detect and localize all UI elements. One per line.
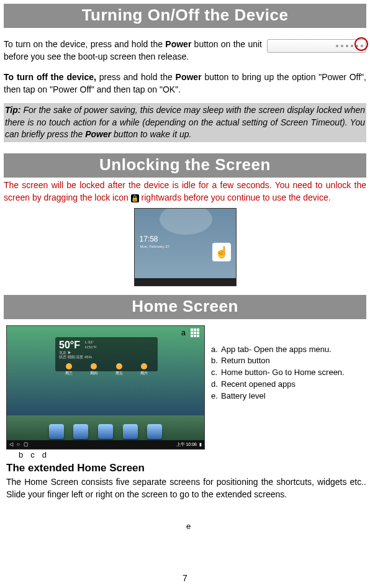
section-header-unlocking: Unlocking the Screen [4,153,366,178]
legend: a.App tab- Open the apps menu. b.Return … [211,325,360,402]
dock-icon [123,424,138,439]
callout-e: e [186,522,191,531]
dock-icon [147,424,162,439]
callout-d: d [42,450,47,459]
text: press and hold the [96,72,176,82]
turn-off-bold: To turn off the device, [4,72,96,82]
legend-b: b.Return button [211,355,360,367]
unlocking-instruction: The screen will be locked after the devi… [4,179,366,204]
tip-label: Tip: [5,105,20,115]
extended-text: The Home Screen consists five separate s… [6,476,366,501]
recent-icon: ▢ [24,441,29,447]
page-number: 7 [0,573,370,583]
text: button to wake it up. [111,129,191,139]
paragraph-turn-off: To turn off the device, press and hold t… [4,71,366,96]
section-header-turning: Turning On/Off the Device [4,4,366,28]
tip-box: Tip: For the sake of power saving, this … [4,103,366,142]
power-bold: Power [165,39,191,49]
weather-temp: 50°F [59,340,80,351]
lockscreen-illustration: 17:58 Mon, February 27 [134,208,237,286]
homescreen-wrap: 50°F L:32°H:51°F 北京 ▶ 状态 晴朗 湿度 45% 周三 周四… [6,325,205,459]
home-icon: ○ [17,441,20,447]
dock [44,420,167,439]
power-bold: Power [176,72,202,82]
weather-info: 状态 晴朗 湿度 45% [59,355,154,360]
legend-d: d.Recent opened apps [211,379,360,391]
status-bar: ◁ ○ ▢ 上午 10:08 ▮ [7,440,204,449]
lockscreen-time: 17:58 [140,235,158,243]
weather-widget: 50°F L:32°H:51°F 北京 ▶ 状态 晴朗 湿度 45% 周三 周四… [55,337,158,371]
homescreen-illustration: 50°F L:32°H:51°F 北京 ▶ 状态 晴朗 湿度 45% 周三 周四… [6,325,205,450]
apps-tab-icon [191,328,199,337]
dock-icon [49,424,64,439]
paragraph-turn-on: To turn on the device, press and hold th… [4,38,366,71]
section-header-home: Home Screen [4,295,366,319]
power-bold: Power [85,129,111,139]
text: To turn on the device, press and hold th… [4,39,165,49]
device-top-bar-illustration [267,39,366,53]
back-icon: ◁ [9,441,13,447]
callout-b: b [19,450,23,459]
dock-icon [98,424,113,439]
text: rightwards before you continue to use th… [139,192,331,202]
sub-heading-extended: The extended Home Screen [6,462,366,474]
legend-c: c.Home button- Go to Home screen. [211,367,360,379]
battery-icon: ▮ [199,442,202,447]
swipe-hand-icon [212,243,231,261]
lockscreen-date: Mon, February 27 [140,245,169,248]
weather-loc: 北京 ▶ [59,351,154,355]
dock-icon [73,424,88,439]
status-time: 上午 10:08 [176,441,197,448]
legend-a: a.App tab- Open the apps menu. [211,344,360,356]
lock-icon: 🔒 [131,194,139,202]
callout-c: c [30,450,35,459]
power-button-highlight [354,37,368,51]
callout-a: a [181,328,186,337]
legend-e: e.Battery level [211,391,360,402]
